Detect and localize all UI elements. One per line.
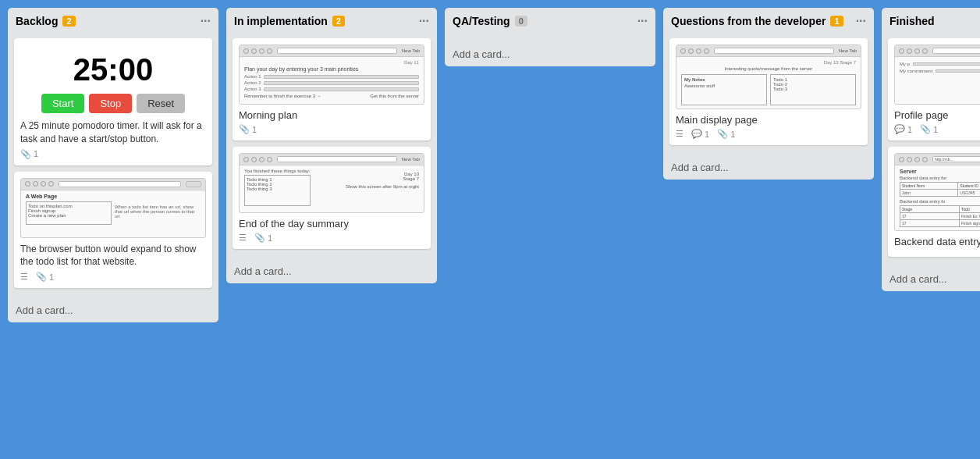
url-bar <box>59 181 181 187</box>
dot-eod3 <box>259 157 265 162</box>
comment-icon-md: 💬 <box>691 129 702 139</box>
dot-mp4 <box>267 48 272 54</box>
browser-todo-description: The browser button would expand to show … <box>20 243 206 269</box>
list-icon-browser: ☰ <box>20 272 28 282</box>
mockup-titlebar <box>21 179 205 190</box>
column-menu-impl[interactable]: ··· <box>419 14 429 28</box>
timer-buttons: Start Stop Reset <box>20 94 206 113</box>
card-meta-pomodoro: 📎 1 <box>20 149 206 159</box>
url-bar-mp <box>277 48 397 54</box>
attachment-profile-page: 📎 1 <box>920 124 938 134</box>
card-main-display: New Tab Day 13 Stage 7 Interesting quote… <box>669 38 868 145</box>
attachment-browser-todo: 📎 1 <box>36 272 54 282</box>
morning-plan-title: Morning plan <box>239 109 424 121</box>
mockup-titlebar-pp <box>895 45 980 57</box>
dot-be1 <box>899 157 904 162</box>
dot-mp2 <box>251 48 257 54</box>
column-questions-dev: Questions from the developer 1 ··· New T… <box>663 8 874 180</box>
add-card-qa[interactable]: Add a card... <box>445 42 655 66</box>
column-header-impl: In implementation 2 ··· <box>226 8 437 34</box>
stop-button[interactable]: Stop <box>89 94 132 113</box>
dot-md1 <box>680 48 686 54</box>
card-meta-morning-plan: 📎 1 <box>239 124 424 134</box>
comment-count-md: 1 <box>705 130 709 139</box>
column-body-finished: My p My commitment Profile page <box>882 34 980 267</box>
add-card-impl[interactable]: Add a card... <box>226 259 437 283</box>
mockup-titlebar-eod: New Tab <box>240 154 424 165</box>
column-header-backlog: Backlog 2 ··· <box>8 8 218 34</box>
card-end-of-day: New Tab You finished these things today:… <box>233 147 431 249</box>
wireframe-end-of-day: New Tab You finished these things today:… <box>239 153 424 213</box>
mockup-titlebar-be: http://mb... <box>895 154 980 165</box>
wireframe-content: A Web Page Todo on thisplan.com Finish s… <box>21 190 205 237</box>
dot-pp4 <box>922 48 928 54</box>
column-title-finished: Finished <box>889 15 935 27</box>
url-bar-md <box>714 48 834 54</box>
dot-eod4 <box>267 157 272 162</box>
nav-btn <box>186 181 201 187</box>
wireframe-content-eod: You finished these things today: Todo th… <box>240 165 424 212</box>
wireframe-backend-entry: http://mb... Server Backend data entry f… <box>894 153 980 231</box>
attachment-main-display: 📎 1 <box>717 129 735 139</box>
pomodoro-description: A 25 minute pomodoro timer. It will ask … <box>20 119 206 146</box>
list-icon: ☰ <box>20 272 28 282</box>
dot2 <box>33 181 38 187</box>
mockup-titlebar-md: New Tab <box>676 45 861 57</box>
dot-md3 <box>696 48 701 54</box>
tab-label-mp: New Tab <box>402 48 420 53</box>
column-finished: Finished ··· <box>882 8 980 291</box>
wireframe-content-pp: My p My commitment <box>895 57 980 104</box>
column-menu-qa[interactable]: ··· <box>637 14 648 28</box>
attachment-icon-mp: 📎 <box>239 124 250 134</box>
attachment-icon-eod: 📎 <box>254 233 265 243</box>
badge-qdev: 1 <box>830 16 843 27</box>
card-backend-entry: http://mb... Server Backend data entry f… <box>888 147 980 257</box>
attachment-icon-md: 📎 <box>717 129 728 139</box>
kanban-board: Backlog 2 ··· 25:00 Start Stop Reset A 2… <box>0 0 980 459</box>
add-card-qdev[interactable]: Add a card... <box>663 155 874 180</box>
dot-eod2 <box>251 157 257 162</box>
column-menu-backlog[interactable]: ··· <box>201 14 211 28</box>
attachment-count-pomodoro: 1 <box>34 149 38 158</box>
dot-mp1 <box>243 48 249 54</box>
list-icon-md-icon: ☰ <box>676 129 684 139</box>
comment-count-pp: 1 <box>907 125 912 134</box>
wireframe-content-mp: Day 11 Plan your day by entering your 3 … <box>240 57 424 104</box>
dot-mp3 <box>259 48 265 54</box>
wireframe-content-md: Day 13 Stage 7 Interesting quote/message… <box>676 57 861 109</box>
dot-md2 <box>688 48 694 54</box>
url-bar-eod <box>277 156 397 162</box>
column-title-qdev: Questions from the developer <box>671 15 826 27</box>
list-icon-eod: ☰ <box>239 233 247 243</box>
attachment-morning-plan: 📎 1 <box>239 124 257 134</box>
card-meta-browser-todo: ☰ 📎 1 <box>20 272 206 282</box>
dot-be2 <box>907 157 912 162</box>
wireframe-content-be: Server Backend data entry for Student No… <box>895 165 980 230</box>
add-card-finished[interactable]: Add a card... <box>882 267 980 291</box>
add-card-backlog[interactable]: Add a card... <box>8 298 218 322</box>
column-header-qdev: Questions from the developer 1 ··· <box>663 8 874 34</box>
card-morning-plan: New Tab Day 11 Plan your day by entering… <box>233 38 431 141</box>
dot-be3 <box>914 157 920 162</box>
comment-main-display: 💬 1 <box>691 129 709 139</box>
dot3 <box>41 181 46 187</box>
column-body-qa <box>445 34 655 42</box>
attachment-count-eod: 1 <box>268 233 272 243</box>
column-menu-qdev[interactable]: ··· <box>856 14 866 28</box>
comment-icon-pp: 💬 <box>894 124 905 134</box>
column-title-backlog: Backlog <box>16 15 58 27</box>
column-body-impl: New Tab Day 11 Plan your day by entering… <box>226 34 437 259</box>
badge-backlog: 2 <box>62 16 75 27</box>
column-header-finished: Finished ··· <box>882 8 980 34</box>
column-body-backlog: 25:00 Start Stop Reset A 25 minute pomod… <box>8 34 218 298</box>
card-profile-page: My p My commitment Profile page <box>888 38 980 141</box>
reset-button[interactable]: Reset <box>137 94 185 113</box>
dot-pp1 <box>899 48 904 54</box>
badge-impl: 2 <box>332 16 345 27</box>
wireframe-morning-plan: New Tab Day 11 Plan your day by entering… <box>239 44 424 105</box>
dot-pp3 <box>914 48 920 54</box>
start-button[interactable]: Start <box>41 94 84 113</box>
attachment-pomodoro: 📎 1 <box>20 149 38 159</box>
wireframe-main-display: New Tab Day 13 Stage 7 Interesting quote… <box>676 44 861 109</box>
badge-qa: 0 <box>515 16 527 27</box>
